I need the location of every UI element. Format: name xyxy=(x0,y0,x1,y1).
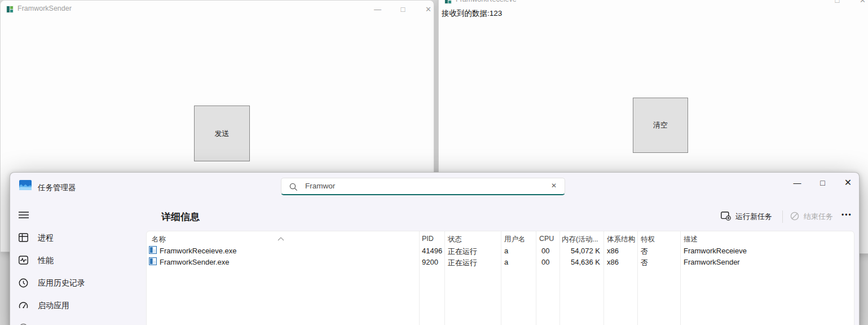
window-title: 任务管理器 xyxy=(38,183,76,193)
app-window-icon xyxy=(444,0,452,3)
column-header-memory[interactable]: 内存(活动... xyxy=(562,235,605,244)
process-icon xyxy=(149,257,157,267)
sidebar-item-users[interactable] xyxy=(10,317,140,325)
sidebar-item-performance[interactable]: 性能 xyxy=(10,249,140,272)
sidebar-item-processes[interactable]: 进程 xyxy=(10,227,140,249)
run-new-task-button[interactable]: 运行新任务 xyxy=(717,208,776,225)
cell-pid: 41496 xyxy=(422,247,442,255)
table-header: 名称 PID 状态 用户名 CPU 内存(活动... 体系结构 特权 描述 xyxy=(147,231,854,245)
cell-elevated: 否 xyxy=(641,247,648,257)
sender-titlebar[interactable]: FramworkSender — □ ✕ xyxy=(1,1,434,17)
cell-arch: x86 xyxy=(607,258,619,266)
cell-description: FramworkReceieve xyxy=(684,247,747,255)
process-name: FramworkSender.exe xyxy=(160,258,230,266)
minimize-button[interactable]: — xyxy=(785,173,810,192)
column-header-description[interactable]: 描述 xyxy=(684,235,698,244)
search-box: ✕ xyxy=(281,178,565,195)
cell-status: 正在运行 xyxy=(448,247,477,257)
window-title: FramworkReceieve xyxy=(456,0,517,3)
cell-memory: 54,072 K xyxy=(559,247,600,255)
processes-icon xyxy=(19,233,28,244)
performance-icon xyxy=(19,256,28,267)
cell-user: a xyxy=(504,258,508,266)
sort-ascending-icon xyxy=(277,233,284,243)
send-button[interactable]: 发送 xyxy=(194,106,250,161)
maximize-button[interactable]: □ xyxy=(390,1,416,17)
maximize-button[interactable]: □ xyxy=(810,173,835,192)
process-name: FramworkReceieve.exe xyxy=(160,247,237,255)
cell-elevated: 否 xyxy=(641,258,648,268)
close-button[interactable]: ✕ xyxy=(835,173,861,192)
details-table: 名称 PID 状态 用户名 CPU 内存(活动... 体系结构 特权 描述 Fr… xyxy=(146,231,854,325)
app-window-icon xyxy=(6,5,14,12)
minimize-button[interactable]: — xyxy=(365,1,390,17)
task-manager-window: 任务管理器 ✕ — □ ✕ 进程 xyxy=(10,172,860,325)
cell-cpu: 00 xyxy=(541,247,549,255)
process-icon xyxy=(149,246,157,256)
column-header-cpu[interactable]: CPU xyxy=(539,235,554,243)
toolbar-divider xyxy=(782,210,783,223)
end-task-button[interactable]: 结束任务 xyxy=(787,208,836,225)
close-button[interactable]: ✕ xyxy=(850,0,868,8)
cell-pid: 9200 xyxy=(422,258,438,266)
sidebar-item-startup-apps[interactable]: 启动应用 xyxy=(10,295,140,317)
task-manager-icon xyxy=(19,180,32,192)
received-data-text: 接收到的数据:123 xyxy=(442,8,502,19)
receiver-titlebar[interactable]: FramworkReceieve □ ✕ xyxy=(439,0,868,8)
search-input[interactable] xyxy=(305,178,531,194)
table-row[interactable]: FramworkSender.exe 9200 正在运行 a 00 54,636… xyxy=(147,257,847,268)
history-clock-icon xyxy=(19,278,28,290)
column-header-arch[interactable]: 体系结构 xyxy=(607,235,635,244)
column-header-status[interactable]: 状态 xyxy=(448,235,462,244)
page-title: 详细信息 xyxy=(161,210,200,223)
cell-user: a xyxy=(504,247,508,255)
maximize-button[interactable]: □ xyxy=(825,0,850,8)
column-header-pid[interactable]: PID xyxy=(422,235,434,243)
cell-cpu: 00 xyxy=(541,258,549,266)
cell-memory: 54,636 K xyxy=(559,258,600,266)
clear-button[interactable]: 清空 xyxy=(633,98,688,153)
sidebar-item-app-history[interactable]: 应用历史记录 xyxy=(10,272,140,295)
column-header-name[interactable]: 名称 xyxy=(152,235,166,244)
new-task-icon xyxy=(721,212,731,222)
column-header-user[interactable]: 用户名 xyxy=(504,235,526,244)
close-button[interactable]: ✕ xyxy=(416,1,441,17)
end-task-icon xyxy=(790,212,799,222)
cell-arch: x86 xyxy=(607,247,619,255)
hamburger-menu-icon[interactable] xyxy=(19,211,32,222)
more-options-button[interactable]: ••• xyxy=(841,211,852,219)
details-page: 详细信息 运行新任务 结束任务 ••• xyxy=(141,204,859,325)
cell-description: FramworkSender xyxy=(684,258,740,266)
sidebar: 进程 性能 应用历史记录 启动应用 xyxy=(10,204,140,325)
cell-status: 正在运行 xyxy=(448,258,477,268)
table-row[interactable]: FramworkReceieve.exe 41496 正在运行 a 00 54,… xyxy=(147,245,847,257)
column-header-elevated[interactable]: 特权 xyxy=(641,235,655,244)
clear-search-icon[interactable]: ✕ xyxy=(551,182,557,190)
window-title: FramworkSender xyxy=(17,5,72,12)
gauge-icon xyxy=(19,301,28,312)
search-icon xyxy=(289,183,298,194)
